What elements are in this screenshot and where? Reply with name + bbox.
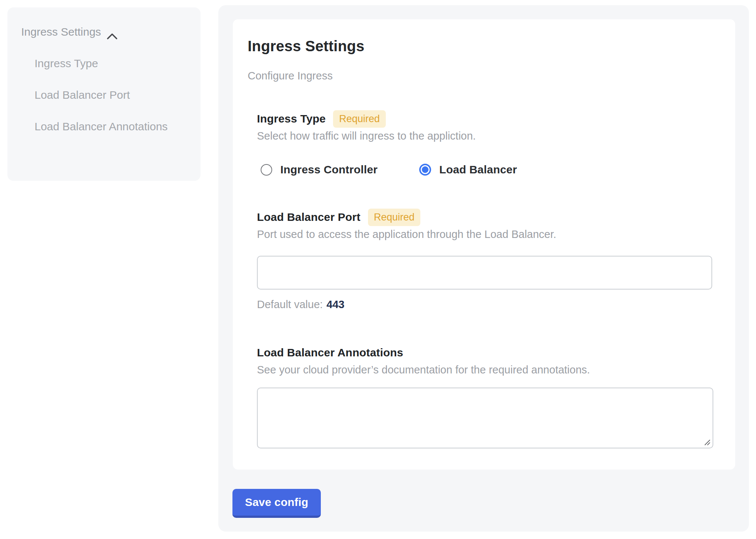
field-load-balancer-annotations: Load Balancer Annotations See your cloud… <box>257 344 712 448</box>
ingress-type-label-row: Ingress Type Required <box>257 110 712 128</box>
radio-label-ingress-controller[interactable]: Ingress Controller <box>280 163 378 176</box>
load-balancer-port-description: Port used to access the application thro… <box>257 228 712 241</box>
load-balancer-annotations-wrap <box>257 388 713 448</box>
load-balancer-annotations-textarea[interactable] <box>257 388 713 448</box>
resize-handle-icon[interactable] <box>704 439 711 446</box>
load-balancer-annotations-label-row: Load Balancer Annotations <box>257 344 712 362</box>
sidebar-item-load-balancer-port[interactable]: Load Balancer Port <box>35 84 168 106</box>
load-balancer-port-label: Load Balancer Port <box>257 211 361 223</box>
load-balancer-port-label-row: Load Balancer Port Required <box>257 208 712 226</box>
radio-dot <box>422 166 428 173</box>
ingress-form: Ingress Type Required Select how traffic… <box>257 110 712 448</box>
radio-option-ingress-controller[interactable]: Ingress Controller <box>261 163 378 176</box>
radio-option-load-balancer[interactable]: Load Balancer <box>419 163 517 176</box>
load-balancer-annotations-description: See your cloud provider’s documentation … <box>257 363 712 376</box>
default-value-number: 443 <box>326 298 344 310</box>
radio-unchecked-icon[interactable] <box>261 164 272 176</box>
default-value-row: Default value:443 <box>257 298 712 311</box>
chevron-up-icon <box>106 29 118 36</box>
ingress-type-options: Ingress Controller Load Balancer <box>261 163 712 176</box>
radio-label-load-balancer[interactable]: Load Balancer <box>439 163 517 176</box>
load-balancer-port-input[interactable] <box>257 256 712 290</box>
settings-sidebar: Ingress Settings Ingress Type Load Balan… <box>7 7 201 181</box>
sidebar-item-list: Ingress Type Load Balancer Port Load Bal… <box>35 53 189 137</box>
page-subtitle: Configure Ingress <box>248 69 712 82</box>
sidebar-item-load-balancer-annotations[interactable]: Load Balancer Annotations <box>35 116 168 137</box>
ingress-settings-card: Ingress Settings Configure Ingress Ingre… <box>233 19 735 470</box>
load-balancer-annotations-label: Load Balancer Annotations <box>257 346 403 359</box>
field-ingress-type: Ingress Type Required Select how traffic… <box>257 110 712 176</box>
sidebar-group-ingress-settings[interactable]: Ingress Settings <box>21 24 189 39</box>
ingress-type-description: Select how traffic will ingress to the a… <box>257 129 712 143</box>
sidebar-group-label: Ingress Settings <box>21 24 101 39</box>
ingress-settings-panel: Ingress Settings Configure Ingress Ingre… <box>218 5 749 532</box>
default-value-label: Default value: <box>257 298 323 310</box>
ingress-type-label: Ingress Type <box>257 112 326 125</box>
radio-checked-icon[interactable] <box>419 164 431 176</box>
sidebar-item-ingress-type[interactable]: Ingress Type <box>35 53 168 74</box>
page-title: Ingress Settings <box>248 37 712 55</box>
required-badge: Required <box>333 110 386 128</box>
field-load-balancer-port: Load Balancer Port Required Port used to… <box>257 208 712 311</box>
required-badge: Required <box>368 209 421 226</box>
save-config-button[interactable]: Save config <box>232 489 321 518</box>
